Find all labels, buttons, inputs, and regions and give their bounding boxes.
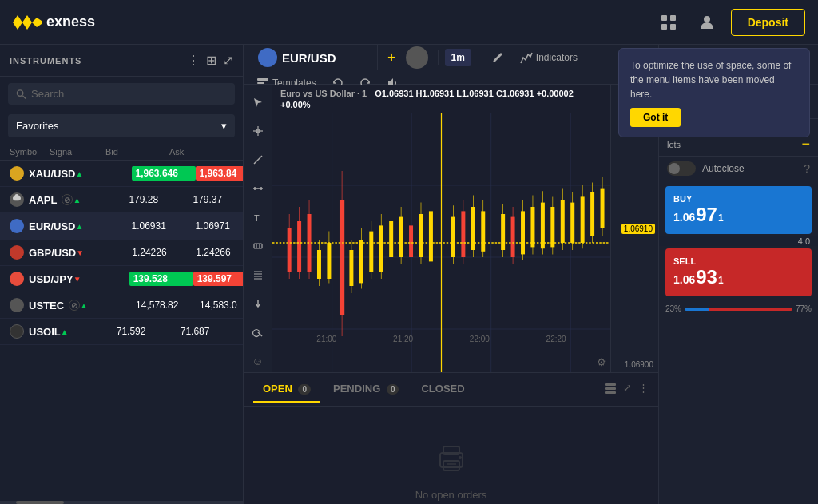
signal-up-icon: ▲: [76, 222, 132, 231]
cursor-tool[interactable]: [247, 91, 269, 113]
svg-rect-102: [443, 461, 459, 470]
bid-value: 1.06931: [132, 220, 196, 232]
list-item[interactable]: AAPL ⊘ ▲ 179.28 179.37: [0, 187, 243, 213]
time-axis: 21:00 21:20 22:00 22:20: [272, 335, 610, 343]
buy-price-pip: 1: [718, 212, 724, 224]
list-item[interactable]: GBP/USD ▼ 1.24226 1.24266: [0, 240, 243, 266]
instrument-symbol: GBP/USD: [29, 247, 76, 259]
scrollbar[interactable]: [0, 501, 243, 504]
text-tool[interactable]: T: [247, 206, 269, 228]
ask-col-header: Ask: [169, 147, 233, 157]
zoom-tool[interactable]: [247, 321, 269, 343]
list-item[interactable]: EUR/USD ▲ 1.06931 1.06971: [0, 213, 243, 240]
indicators-icon: [520, 51, 533, 64]
ask-value: 1,963.84: [196, 166, 243, 181]
svg-point-105: [459, 456, 462, 459]
spread-value: 4.0: [798, 236, 810, 246]
chart-main-wrapper: EUR/USD + 1m Indicators Templates: [244, 45, 658, 504]
list-item[interactable]: USD/JPY ▼ 139.528 139.597: [0, 266, 243, 292]
signal-up-icon: ▲: [80, 301, 136, 310]
instrument-symbol: USD/JPY: [29, 273, 73, 285]
chart-ohlc: O1.06931 H1.06931 L1.06931 C1.06931 +0.0…: [375, 89, 574, 98]
signal-down-icon: ▼: [76, 248, 132, 257]
instrument-symbol: XAU/USD: [29, 168, 76, 180]
svg-point-5: [704, 16, 710, 22]
open-orders-tab[interactable]: OPEN 0: [253, 376, 320, 403]
indicators-button[interactable]: Indicators: [514, 48, 584, 67]
expand-icon[interactable]: ⤢: [223, 53, 233, 68]
grid-view-icon[interactable]: ⊞: [206, 53, 216, 68]
crosshair-tool[interactable]: [247, 120, 269, 142]
pen-icon: [491, 51, 504, 64]
sidebar-icon-group: ⋮ ⊞ ⤢: [187, 53, 233, 68]
indicators-label: Indicators: [536, 52, 578, 63]
add-instrument-button[interactable]: +: [381, 50, 403, 66]
time-label: 22:20: [546, 335, 566, 343]
favorites-dropdown[interactable]: Favorites ▾: [8, 114, 235, 137]
no-signal-badge: ⊘: [69, 300, 80, 311]
horizontal-line-tool[interactable]: [247, 177, 269, 200]
separator: [438, 50, 439, 65]
account-icon[interactable]: [693, 8, 721, 37]
bid-value: 1,963.646: [132, 166, 196, 181]
search-box[interactable]: [8, 83, 235, 105]
deposit-button[interactable]: Deposit: [731, 9, 805, 36]
emoji-tool[interactable]: ☺: [247, 350, 269, 372]
trend-line-tool[interactable]: [247, 149, 269, 171]
buy-button[interactable]: BUY 1.06 97 1: [665, 186, 812, 234]
time-label: 22:00: [470, 335, 490, 343]
ask-value: 14,583.0: [200, 300, 243, 311]
sidebar-header: INSTRUMENTS ⋮ ⊞ ⤢: [0, 45, 243, 77]
orders-more-icon[interactable]: ⋮: [638, 382, 649, 397]
svg-line-15: [254, 156, 262, 164]
fib-tool[interactable]: [247, 264, 269, 286]
instrument-symbol: EUR/USD: [29, 220, 76, 232]
arrow-tool[interactable]: [247, 292, 269, 315]
drawing-tools-button[interactable]: [485, 48, 510, 67]
svg-rect-8: [257, 78, 268, 81]
eurusd-flag: [10, 219, 24, 233]
svg-marker-0: [13, 15, 42, 30]
aapl-flag: [10, 192, 24, 207]
autoclose-label: Autoclose: [702, 163, 745, 174]
search-input[interactable]: [31, 88, 227, 100]
more-icon[interactable]: ⋮: [187, 53, 200, 68]
svg-rect-9: [257, 82, 264, 84]
orders-area: OPEN 0 PENDING 0 CLOSED ⤢ ⋮: [244, 372, 658, 504]
ask-value: 71.687: [181, 326, 243, 337]
svg-point-6: [17, 89, 22, 95]
autoclose-toggle[interactable]: [667, 161, 696, 176]
sell-price-sup: 93: [696, 266, 717, 288]
symbol-col-header: Symbol: [10, 147, 50, 157]
svg-rect-98: [605, 387, 616, 390]
orders-layout-icon[interactable]: [604, 382, 617, 397]
closed-orders-tab[interactable]: CLOSED: [411, 376, 474, 403]
chart-avatar: [406, 46, 428, 69]
got-it-button[interactable]: Got it: [630, 108, 681, 127]
search-icon: [16, 89, 26, 100]
logo-icon: [13, 14, 42, 31]
autoclose-info-icon[interactable]: ?: [804, 162, 810, 175]
chart-settings-button[interactable]: ⚙: [597, 356, 606, 368]
signal-up-icon: ▲: [73, 196, 129, 204]
grid-icon[interactable]: [654, 8, 683, 37]
empty-orders-icon: [434, 440, 469, 482]
instrument-symbol: AAPL: [29, 194, 57, 206]
pair-selector[interactable]: EUR/USD: [250, 45, 378, 70]
sell-price-pip: 1: [718, 275, 724, 286]
orders-expand-icon[interactable]: ⤢: [623, 382, 632, 397]
list-item[interactable]: USOIL ▲ 71.592 71.687: [0, 319, 243, 345]
timeframe-1m-button[interactable]: 1m: [445, 49, 471, 66]
main-layout: INSTRUMENTS ⋮ ⊞ ⤢ Favorites ▾ Symbol Sig…: [0, 45, 818, 504]
buy-price-display: 1.06 97 1: [673, 204, 804, 226]
lot-decrease-button[interactable]: −: [801, 138, 810, 149]
open-badge: 0: [298, 384, 311, 395]
measure-tool[interactable]: [247, 235, 269, 257]
sell-button[interactable]: SELL 1.06 93 1: [665, 248, 812, 296]
spread-display: 4.0: [659, 236, 818, 246]
list-item[interactable]: USTEC ⊘ ▲ 14,578.82 14,583.0: [0, 292, 243, 319]
separator: [478, 50, 478, 65]
list-item[interactable]: XAU/USD ▲ 1,963.646 1,963.84: [0, 161, 243, 187]
pending-orders-tab[interactable]: PENDING 0: [324, 376, 408, 403]
gbpusd-flag: [10, 245, 24, 260]
